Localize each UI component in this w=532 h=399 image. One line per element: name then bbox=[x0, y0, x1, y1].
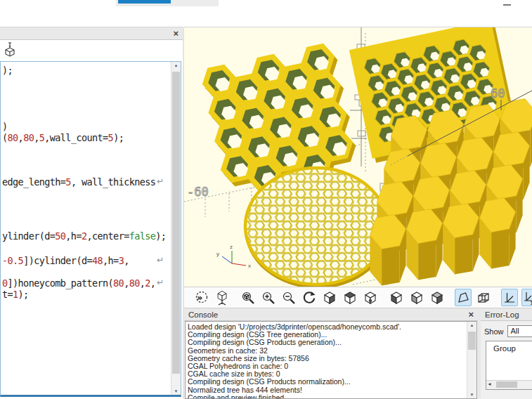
error-log-title: Error-Log bbox=[485, 310, 519, 319]
console-line: Compiling design (CSG Products generatio… bbox=[186, 339, 476, 346]
show-scale-button[interactable]: 10 bbox=[521, 289, 532, 306]
code-line: -0.5])cylinder(d=48,h=3, bbox=[2, 255, 129, 266]
zoom-all-button[interactable] bbox=[240, 289, 257, 306]
reset-arrow-icon bbox=[301, 290, 317, 306]
code-editor[interactable]: );)(80,80,5,wall_count=5);edge_length=5,… bbox=[0, 61, 181, 397]
filter-value: All bbox=[511, 327, 519, 335]
error-log-header: Error-Log bbox=[481, 308, 532, 321]
minimize-icon bbox=[503, 4, 511, 6]
console-output[interactable]: Loaded design 'U:/projects/3dprinter/ope… bbox=[185, 321, 477, 399]
editor-scrollbar[interactable]: ▲ ▼ bbox=[171, 62, 181, 395]
view-back-button[interactable] bbox=[429, 289, 446, 306]
console-scrollbar[interactable]: ▲ ▼ bbox=[467, 322, 476, 398]
cube-top-icon bbox=[342, 290, 358, 306]
cube-left-icon bbox=[389, 290, 404, 306]
axes-10-icon: 10 bbox=[522, 290, 532, 306]
show-label: Show bbox=[484, 327, 504, 336]
console-header: Console × bbox=[184, 308, 478, 321]
console-line: Compiling design (CSG Products normaliza… bbox=[186, 378, 476, 386]
cube-stand-icon bbox=[214, 290, 230, 306]
center-view-button[interactable] bbox=[214, 289, 231, 306]
main-panel: -60 -40 60 z x y »10 Console × Loaded de… bbox=[184, 27, 532, 399]
code-line: t=1); bbox=[2, 289, 29, 300]
editor-toolbar bbox=[0, 40, 183, 61]
view-bottom-button[interactable] bbox=[362, 289, 379, 306]
editor-panel: × );)(80,80,5,wall_count=5);edge_length=… bbox=[0, 27, 183, 399]
wrap-marker-icon: ↵ bbox=[157, 277, 164, 287]
cube-back-icon bbox=[429, 290, 445, 306]
view-right-button[interactable] bbox=[321, 289, 338, 306]
perspective-button[interactable] bbox=[455, 289, 472, 306]
code-line: ) bbox=[2, 121, 8, 132]
console-line: Compile and preview finished. bbox=[186, 394, 476, 399]
view-toolbar: »10 bbox=[184, 287, 532, 308]
cube-bottom-icon bbox=[363, 290, 378, 306]
svg-text:-60: -60 bbox=[187, 185, 209, 199]
zoom-in-button[interactable] bbox=[260, 289, 277, 306]
close-icon[interactable]: × bbox=[173, 29, 179, 38]
svg-text:60: 60 bbox=[491, 86, 505, 100]
openscad-window: × );)(80,80,5,wall_count=5);edge_length=… bbox=[0, 0, 532, 399]
code-line: 0])honeycomb_pattern(80,80,2, bbox=[2, 277, 155, 289]
3d-viewport[interactable]: -60 -40 60 z x y bbox=[184, 27, 532, 287]
error-log-list[interactable]: Group ◄ bbox=[486, 341, 532, 390]
spin-view-button[interactable]: » bbox=[193, 289, 210, 306]
console-close-icon[interactable]: × bbox=[468, 310, 474, 319]
filter-dropdown[interactable]: All bbox=[507, 325, 532, 337]
cube-front-icon bbox=[409, 290, 424, 306]
view-front-button[interactable] bbox=[408, 289, 425, 306]
magnifier-plus-icon bbox=[261, 290, 276, 306]
error-log-hscrollbar[interactable]: ◄ bbox=[486, 380, 532, 389]
magnifier-cube-icon bbox=[240, 290, 256, 306]
background-window-bar bbox=[116, 0, 219, 6]
perspective-icon bbox=[455, 290, 471, 306]
svg-text:y: y bbox=[216, 251, 219, 257]
console-log: Loaded design 'U:/projects/3dprinter/ope… bbox=[186, 322, 476, 399]
scroll-down-icon[interactable]: ▼ bbox=[171, 389, 181, 393]
scroll-up-icon[interactable]: ▲ bbox=[171, 63, 181, 67]
console-panel: Console × Loaded design 'U:/projects/3dp… bbox=[184, 308, 478, 399]
wrap-marker-icon: ↵ bbox=[157, 176, 164, 186]
dashed-circle-chevrons-icon: » bbox=[194, 290, 209, 306]
editor-scroll-thumb[interactable] bbox=[172, 72, 180, 374]
console-scroll-down-icon[interactable]: ▼ bbox=[467, 393, 476, 397]
bottom-row: Console × Loaded design 'U:/projects/3dp… bbox=[184, 308, 532, 399]
view-top-button[interactable] bbox=[342, 289, 358, 306]
svg-text:z: z bbox=[230, 244, 233, 250]
scroll-left-icon[interactable]: ◄ bbox=[487, 381, 492, 386]
svg-text:x: x bbox=[248, 263, 251, 269]
background-window-tab-indicator bbox=[118, 0, 171, 4]
console-scroll-thumb[interactable] bbox=[468, 332, 476, 350]
orthogonal-button[interactable] bbox=[475, 289, 492, 306]
axes-icon bbox=[502, 290, 517, 306]
view-left-button[interactable] bbox=[388, 289, 405, 306]
svg-text:»: » bbox=[197, 292, 202, 303]
hscroll-thumb[interactable] bbox=[496, 381, 517, 388]
error-log-panel: Error-Log Show All Group ◄ bbox=[481, 308, 532, 399]
cube-right-icon bbox=[322, 290, 337, 306]
magnifier-minus-icon bbox=[281, 290, 297, 306]
code-line: (80,80,5,wall_count=5); bbox=[2, 132, 124, 143]
reset-view-button[interactable] bbox=[301, 289, 318, 306]
group-column-header: Group bbox=[486, 341, 532, 353]
orthogonal-icon bbox=[476, 290, 491, 306]
code-line: ylinder(d=50,h=2,center=false); bbox=[2, 230, 166, 242]
code-line: ); bbox=[2, 65, 13, 76]
console-title: Console bbox=[188, 310, 218, 319]
console-scroll-up-icon[interactable]: ▲ bbox=[467, 323, 476, 327]
code-line: edge_length=5, wall_thickness bbox=[2, 176, 155, 188]
printer-icon[interactable] bbox=[4, 42, 16, 59]
editor-panel-header: × bbox=[0, 27, 183, 40]
show-axes-button[interactable] bbox=[501, 289, 518, 306]
zoom-out-button[interactable] bbox=[280, 289, 297, 306]
wrap-marker-icon: ↵ bbox=[157, 255, 164, 265]
